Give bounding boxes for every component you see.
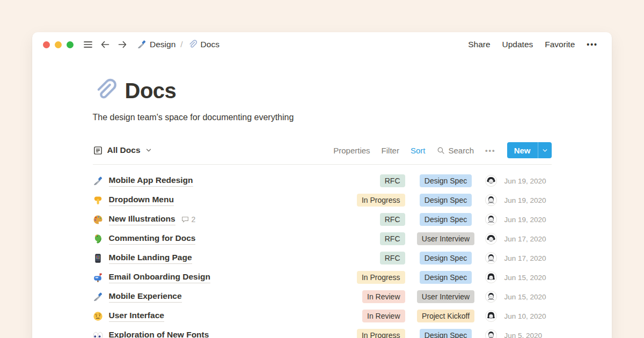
doc-title[interactable]: Email Onboarding Design xyxy=(109,272,210,283)
doc-title[interactable]: Commenting for Docs xyxy=(109,233,196,245)
paperclip-icon[interactable] xyxy=(93,78,118,103)
forward-icon[interactable] xyxy=(116,39,128,50)
status-badge[interactable]: RFC xyxy=(380,232,405,245)
page-subtitle: The design team's space for documenting … xyxy=(93,113,552,122)
search-label: Search xyxy=(448,146,474,155)
favorite-button[interactable]: Favorite xyxy=(545,40,575,49)
type-cell: Design Spec xyxy=(412,213,480,226)
date-label: Jun 15, 2020 xyxy=(504,293,552,301)
status-badge[interactable]: In Progress xyxy=(357,194,405,207)
sort-button[interactable]: Sort xyxy=(411,146,426,155)
new-dropdown-button[interactable] xyxy=(538,142,552,158)
avatar xyxy=(485,175,497,187)
avatar xyxy=(485,291,497,303)
status-badge[interactable]: RFC xyxy=(380,174,405,187)
doc-title[interactable]: Mobile Experience xyxy=(109,291,182,303)
doc-title[interactable]: Mobile Landing Page xyxy=(109,253,192,264)
breadcrumb-separator: / xyxy=(180,40,182,49)
date-label: Jun 5, 2020 xyxy=(504,332,552,338)
app-window: Design / Docs Share Updates Favorite •••… xyxy=(32,32,612,338)
doc-title[interactable]: Mobile App Redesign xyxy=(109,175,193,187)
search-button[interactable]: Search xyxy=(436,146,474,155)
doc-title[interactable]: New Illustrations xyxy=(109,214,175,225)
table-row: Dropdown MenuIn ProgressDesign SpecJun 1… xyxy=(93,190,552,210)
breadcrumb-label: Design xyxy=(150,40,175,49)
date-label: Jun 10, 2020 xyxy=(504,312,552,320)
type-cell: User Interview xyxy=(412,290,480,303)
new-button-group: New xyxy=(507,142,552,158)
share-button[interactable]: Share xyxy=(468,40,490,49)
status-cell: RFC xyxy=(345,213,405,226)
mailbox-icon xyxy=(93,273,103,283)
zoom-window-button[interactable] xyxy=(67,41,74,48)
status-badge[interactable]: In Progress xyxy=(357,329,405,338)
date-label: Jun 17, 2020 xyxy=(504,235,552,243)
more-options-icon[interactable]: ••• xyxy=(587,40,598,49)
breadcrumb: Design / Docs xyxy=(137,40,219,49)
filter-button[interactable]: Filter xyxy=(382,146,399,155)
avatar xyxy=(485,214,497,225)
table-row: Mobile App RedesignRFCDesign SpecJun 19,… xyxy=(93,171,552,190)
avatar xyxy=(485,329,497,338)
new-button[interactable]: New xyxy=(507,142,538,158)
type-badge[interactable]: Design Spec xyxy=(420,329,472,338)
type-badge[interactable]: Design Spec xyxy=(420,174,472,187)
type-cell: Design Spec xyxy=(412,194,480,207)
back-icon[interactable] xyxy=(99,39,111,50)
table-row: New Illustrations2RFCDesign SpecJun 19, … xyxy=(93,210,552,229)
palette-icon xyxy=(93,215,103,225)
avatar xyxy=(485,310,497,322)
status-badge[interactable]: In Progress xyxy=(357,271,405,284)
status-badge[interactable]: In Review xyxy=(362,290,405,303)
type-badge[interactable]: Design Spec xyxy=(420,271,472,284)
type-cell: Design Spec xyxy=(412,174,480,187)
status-badge[interactable]: RFC xyxy=(380,213,405,226)
traffic-lights xyxy=(43,41,74,48)
table-row: Email Onboarding DesignIn ProgressDesign… xyxy=(93,268,552,287)
table-row: Exploration of New FontsIn ProgressDesig… xyxy=(93,326,552,338)
close-window-button[interactable] xyxy=(43,41,50,48)
type-badge[interactable]: Design Spec xyxy=(420,194,472,207)
topbar-actions: Share Updates Favorite ••• xyxy=(468,40,598,49)
type-badge[interactable]: User Interview xyxy=(417,290,474,303)
doc-title[interactable]: Exploration of New Fonts xyxy=(109,330,209,338)
type-badge[interactable]: Project Kickoff xyxy=(417,310,474,322)
status-cell: In Progress xyxy=(345,271,405,284)
view-toolbar-actions: Properties Filter Sort Search ••• New xyxy=(333,142,551,158)
type-badge[interactable]: Design Spec xyxy=(420,252,472,264)
breadcrumb-item-design[interactable]: Design xyxy=(137,40,175,49)
search-icon xyxy=(436,146,445,155)
view-selector[interactable]: All Docs xyxy=(93,145,152,156)
comment-icon xyxy=(181,215,189,224)
comment-count[interactable]: 2 xyxy=(181,215,196,224)
status-badge[interactable]: RFC xyxy=(380,252,405,264)
chevron-down-icon xyxy=(145,146,152,154)
avatar xyxy=(485,271,497,283)
status-badge[interactable]: In Review xyxy=(362,310,405,322)
breadcrumb-label: Docs xyxy=(201,40,219,49)
docs-table: Mobile App RedesignRFCDesign SpecJun 19,… xyxy=(93,171,552,338)
doc-title[interactable]: Dropdown Menu xyxy=(109,195,174,206)
page-content: Docs The design team's space for documen… xyxy=(93,78,552,338)
minimize-window-button[interactable] xyxy=(55,41,62,48)
date-label: Jun 19, 2020 xyxy=(504,196,552,204)
status-cell: In Progress xyxy=(345,329,405,338)
view-more-options-icon[interactable]: ••• xyxy=(485,146,496,155)
properties-button[interactable]: Properties xyxy=(333,146,370,155)
raised-eyebrow-face-icon xyxy=(93,311,103,321)
table-row: Commenting for DocsRFCUser InterviewJun … xyxy=(93,229,552,248)
updates-button[interactable]: Updates xyxy=(502,40,533,49)
eyes-icon xyxy=(93,330,103,338)
doc-title[interactable]: User Interface xyxy=(109,311,164,322)
date-label: Jun 19, 2020 xyxy=(504,216,552,224)
type-badge[interactable]: User Interview xyxy=(417,232,474,245)
table-row: User InterfaceIn ReviewProject KickoffJu… xyxy=(93,306,552,326)
type-badge[interactable]: Design Spec xyxy=(420,213,472,226)
avatar xyxy=(485,233,497,245)
breadcrumb-item-docs[interactable]: Docs xyxy=(188,40,219,49)
paintbrush-icon xyxy=(137,40,147,49)
page-title: Docs xyxy=(125,79,177,103)
type-cell: Design Spec xyxy=(412,252,480,264)
menu-icon[interactable] xyxy=(82,39,94,50)
type-cell: Design Spec xyxy=(412,271,480,284)
